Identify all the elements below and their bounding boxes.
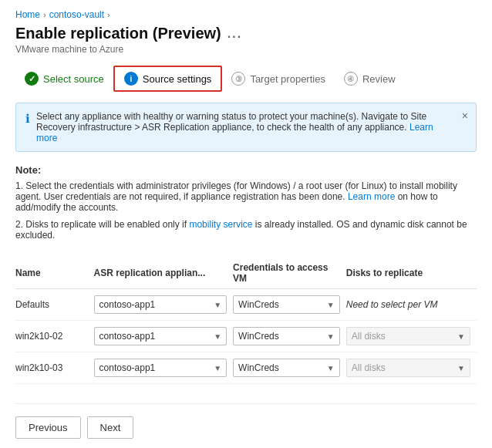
row-0-disks-value: Need to select per VM [346, 299, 438, 310]
row-2-appliance-value: contoso-app1 [99, 362, 156, 373]
row-1-creds-dropdown[interactable]: WinCreds ▼ [233, 327, 340, 345]
col-creds: Credentials to access VM [233, 258, 346, 289]
step-review-icon: ④ [344, 72, 358, 86]
row-2-disks: All disks ▼ [346, 352, 477, 384]
table-row: win2k10-03 contoso-app1 ▼ WinCreds ▼ [15, 352, 477, 384]
row-1-appliance: contoso-app1 ▼ [94, 321, 234, 352]
note-item-2: Disks to replicate will be enabled only … [15, 219, 477, 241]
breadcrumb-home[interactable]: Home [15, 9, 40, 20]
page-wrapper: Home › contoso-vault › Enable replicatio… [0, 0, 492, 448]
step-source-settings[interactable]: i Source settings [113, 66, 223, 92]
step-source-settings-icon: i [124, 72, 138, 86]
col-name: Name [15, 258, 94, 289]
next-button[interactable]: Next [87, 416, 134, 439]
row-1-disks-arrow: ▼ [457, 332, 465, 341]
info-banner-close[interactable]: × [462, 109, 468, 122]
row-1-appliance-dropdown[interactable]: contoso-app1 ▼ [94, 327, 227, 345]
step-select-source-icon: ✓ [25, 72, 39, 86]
row-0-creds: WinCreds ▼ [233, 289, 346, 321]
breadcrumb: Home › contoso-vault › [15, 9, 477, 20]
row-1-disks-dropdown: All disks ▼ [346, 327, 470, 345]
row-2-creds-dropdown[interactable]: WinCreds ▼ [233, 359, 340, 377]
table-section: Name ASR replication applian... Credenti… [15, 258, 477, 403]
row-1-creds-value: WinCreds [238, 331, 279, 342]
row-1-appliance-arrow: ▼ [214, 332, 221, 341]
row-2-creds-arrow: ▼ [327, 364, 335, 372]
vm-table: Name ASR replication applian... Credenti… [15, 258, 477, 384]
info-banner-text: Select any appliance with healthy or war… [36, 111, 451, 143]
page-menu-button[interactable]: ... [227, 27, 242, 41]
info-banner: ℹ Select any appliance with healthy or w… [15, 103, 477, 152]
table-row: win2k10-02 contoso-app1 ▼ WinCreds ▼ [15, 321, 477, 352]
row-2-appliance-arrow: ▼ [214, 364, 221, 372]
row-2-disks-arrow: ▼ [457, 364, 465, 372]
row-1-creds-arrow: ▼ [327, 332, 335, 341]
note-title: Note: [15, 164, 477, 176]
row-2-disks-dropdown: All disks ▼ [346, 359, 470, 377]
step-review[interactable]: ④ Review [335, 67, 405, 90]
info-banner-link[interactable]: Learn more [36, 122, 433, 143]
row-0-appliance-value: contoso-app1 [99, 299, 156, 310]
step-target-properties-label: Target properties [250, 73, 325, 85]
row-0-creds-dropdown[interactable]: WinCreds ▼ [233, 295, 340, 314]
row-2-appliance-dropdown[interactable]: contoso-app1 ▼ [94, 359, 227, 377]
step-source-settings-label: Source settings [143, 73, 212, 85]
row-2-name: win2k10-03 [15, 352, 94, 384]
note-section: Note: Select the credentials with admini… [15, 164, 477, 247]
row-1-disks-value: All disks [352, 331, 386, 342]
row-1-appliance-value: contoso-app1 [99, 331, 156, 342]
row-2-appliance: contoso-app1 ▼ [94, 352, 234, 384]
row-0-creds-arrow: ▼ [327, 301, 335, 309]
row-1-disks: All disks ▼ [346, 321, 477, 352]
note-item-1: Select the credentials with administrato… [15, 180, 477, 213]
breadcrumb-vault[interactable]: contoso-vault [49, 9, 104, 20]
breadcrumb-chevron1: › [43, 10, 46, 19]
row-0-disks: Need to select per VM [346, 289, 477, 321]
col-disks: Disks to replicate [346, 258, 477, 289]
mobility-service-link[interactable]: mobility service [189, 219, 252, 230]
step-target-properties-icon: ③ [231, 72, 245, 86]
page-title: Enable replication (Preview) [15, 25, 221, 42]
step-target-properties[interactable]: ③ Target properties [222, 67, 335, 90]
steps-bar: ✓ Select source i Source settings ③ Targ… [15, 66, 477, 92]
step-review-label: Review [362, 73, 396, 85]
row-2-creds: WinCreds ▼ [233, 352, 346, 384]
previous-button[interactable]: Previous [15, 416, 81, 439]
note-list: Select the credentials with administrato… [15, 180, 477, 241]
info-banner-icon: ℹ [25, 112, 30, 126]
row-0-appliance: contoso-app1 ▼ [94, 289, 234, 321]
row-2-creds-value: WinCreds [238, 362, 279, 373]
breadcrumb-chevron2: › [107, 10, 110, 19]
row-0-appliance-arrow: ▼ [214, 301, 221, 309]
step-select-source[interactable]: ✓ Select source [15, 67, 113, 90]
footer-bar: Previous Next [15, 403, 477, 439]
table-row: Defaults contoso-app1 ▼ WinCreds ▼ [15, 289, 477, 321]
row-0-appliance-dropdown[interactable]: contoso-app1 ▼ [94, 295, 227, 314]
row-0-creds-value: WinCreds [238, 299, 279, 310]
row-0-name: Defaults [15, 289, 94, 321]
step-select-source-label: Select source [43, 73, 104, 85]
row-1-name: win2k10-02 [15, 321, 94, 352]
table-header-row: Name ASR replication applian... Credenti… [15, 258, 477, 289]
note-link-1[interactable]: Learn more [348, 191, 395, 202]
row-2-disks-value: All disks [352, 362, 386, 373]
row-1-creds: WinCreds ▼ [233, 321, 346, 352]
page-title-row: Enable replication (Preview) ... [15, 25, 477, 42]
page-subtitle: VMware machine to Azure [15, 44, 477, 55]
col-asr: ASR replication applian... [94, 258, 234, 289]
